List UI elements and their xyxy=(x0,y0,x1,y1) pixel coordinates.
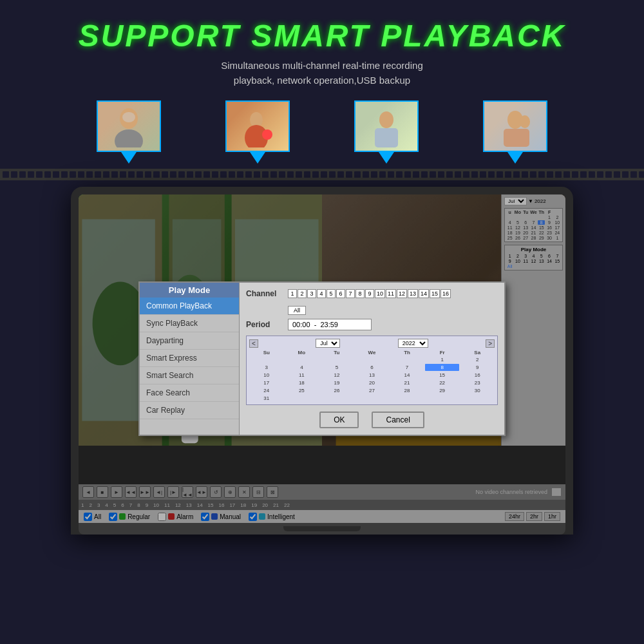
ch-btn-14[interactable]: 14 xyxy=(419,289,429,298)
menu-item-common[interactable]: Common PlayBack xyxy=(140,298,239,315)
ch-btn-12[interactable]: 12 xyxy=(397,289,407,298)
svg-rect-7 xyxy=(375,128,398,147)
menu-item-car-replay[interactable]: Car Replay xyxy=(140,402,239,419)
svg-rect-10 xyxy=(504,129,529,147)
ch-btn-all[interactable]: All xyxy=(288,306,306,315)
ch-btn-5[interactable]: 5 xyxy=(327,289,336,298)
svg-point-5 xyxy=(262,129,272,140)
channel-row: Channel 1 2 3 4 5 6 7 8 xyxy=(246,289,498,298)
thumbnail-2 xyxy=(225,100,290,164)
svg-point-2 xyxy=(122,112,135,122)
ch-btn-15[interactable]: 15 xyxy=(430,289,440,298)
calendar-grid: Su Mo Tu We Th Fr Sa xyxy=(249,350,495,402)
thumbnail-1 xyxy=(97,100,161,164)
laptop-body: Read/Write Jul ▼ 2022 xyxy=(71,187,573,535)
menu-item-face-search[interactable]: Face Search xyxy=(140,384,239,402)
laptop-container: Read/Write Jul ▼ 2022 xyxy=(0,187,644,535)
modal-buttons: OK Cancel xyxy=(246,412,498,428)
filmstrip xyxy=(0,169,644,180)
cal-month-select[interactable]: Jul xyxy=(316,339,340,348)
menu-item-smart-express[interactable]: Smart Express xyxy=(140,350,239,367)
svg-point-1 xyxy=(115,129,143,147)
main-title: SUPPORT SMART PLAYBACK xyxy=(0,18,644,53)
modal-content: Channel 1 2 3 4 5 6 7 8 xyxy=(240,283,504,435)
subtitle: Simultaneous multi-channel real-time rec… xyxy=(0,59,644,88)
laptop-notch xyxy=(283,526,361,531)
ch-btn-10[interactable]: 10 xyxy=(375,289,385,298)
ch-btn-2[interactable]: 2 xyxy=(298,289,307,298)
thumbnails-row xyxy=(0,100,644,164)
laptop-screen: Read/Write Jul ▼ 2022 xyxy=(79,194,565,523)
cancel-button[interactable]: Cancel xyxy=(372,412,424,428)
modal-calendar: < Jul 2022 > S xyxy=(246,336,498,405)
ch-btn-4[interactable]: 4 xyxy=(317,289,326,298)
cal-prev-btn[interactable]: < xyxy=(249,339,258,348)
menu-item-sync[interactable]: Sync PlayBack xyxy=(140,315,239,332)
modal-title: Play Mode xyxy=(140,283,239,298)
ch-btn-11[interactable]: 11 xyxy=(386,289,396,298)
ch-btn-16[interactable]: 16 xyxy=(440,289,451,298)
period-row: Period xyxy=(246,319,498,330)
ch-btn-3[interactable]: 3 xyxy=(307,289,316,298)
dvr-interface: Read/Write Jul ▼ 2022 xyxy=(79,194,565,523)
ch-btn-13[interactable]: 13 xyxy=(408,289,418,298)
svg-point-6 xyxy=(379,111,393,128)
ch-btn-9[interactable]: 9 xyxy=(365,289,374,298)
modal-overlay: Play Mode Common PlayBack Sync PlayBack … xyxy=(79,194,565,523)
thumbnail-3 xyxy=(354,100,419,164)
cal-year-select[interactable]: 2022 xyxy=(398,339,428,348)
play-mode-dialog: Play Mode Common PlayBack Sync PlayBack … xyxy=(138,281,506,436)
period-input[interactable] xyxy=(288,319,372,330)
ch-btn-1[interactable]: 1 xyxy=(288,289,297,298)
thumbnail-4 xyxy=(483,100,547,164)
menu-item-smart-search[interactable]: Smart Search xyxy=(140,367,239,384)
channel-buttons: 1 2 3 4 5 6 7 8 9 10 xyxy=(288,289,451,298)
ch-btn-6[interactable]: 6 xyxy=(336,289,345,298)
ok-button[interactable]: OK xyxy=(319,412,359,428)
top-banner: SUPPORT SMART PLAYBACK Simultaneous mult… xyxy=(0,0,644,180)
cal-next-btn[interactable]: > xyxy=(486,339,495,348)
ch-btn-7[interactable]: 7 xyxy=(346,289,355,298)
laptop-base xyxy=(79,523,565,535)
menu-item-dayparting[interactable]: Dayparting xyxy=(140,332,239,350)
ch-btn-8[interactable]: 8 xyxy=(355,289,365,298)
modal-sidebar: Play Mode Common PlayBack Sync PlayBack … xyxy=(140,283,240,435)
svg-point-9 xyxy=(520,115,530,128)
